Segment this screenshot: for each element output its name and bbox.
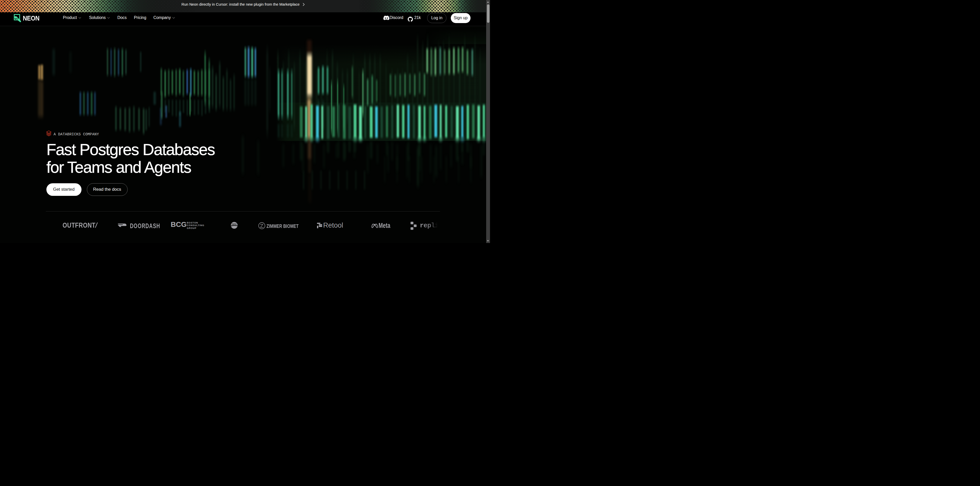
svg-text:PEPSI: PEPSI: [232, 223, 237, 225]
